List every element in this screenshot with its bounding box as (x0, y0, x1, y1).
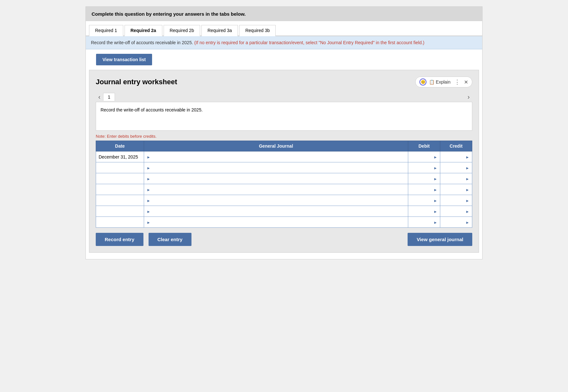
journal-cell[interactable]: ► (144, 195, 408, 206)
page-header: Complete this question by entering your … (86, 7, 482, 21)
journal-cell[interactable]: ► (144, 184, 408, 195)
cell-arrow-icon: ► (466, 220, 469, 225)
journal-cell[interactable]: ► (144, 173, 408, 184)
cell-arrow-icon: ► (434, 209, 437, 214)
cell-arrow-icon: ► (466, 155, 469, 159)
cell-arrow-icon: ► (434, 188, 437, 192)
view-transaction-button[interactable]: View transaction list (96, 54, 152, 65)
worksheet-controls: 😊 📋 Explain ⋮ ✕ (415, 77, 472, 87)
table-row: ►►► (96, 206, 472, 217)
date-cell (96, 206, 144, 217)
explain-button[interactable]: 📋 Explain (429, 79, 450, 85)
date-cell (96, 173, 144, 184)
tab-required-2b[interactable]: Required 2b (164, 25, 200, 36)
col-credit: Credit (440, 141, 472, 151)
cell-arrow-icon: ► (466, 177, 469, 181)
view-general-journal-button[interactable]: View general journal (408, 233, 472, 246)
credit-cell[interactable]: ► (440, 184, 472, 195)
cell-arrow-icon: ► (147, 220, 150, 225)
record-entry-button[interactable]: Record entry (96, 233, 143, 246)
page-tab: 1 (103, 93, 115, 101)
table-row: ►►► (96, 173, 472, 184)
table-row: ►►► (96, 162, 472, 173)
cell-arrow-icon: ► (466, 209, 469, 214)
tab-required-2a[interactable]: Required 2a (125, 25, 162, 36)
debit-cell[interactable]: ► (408, 184, 440, 195)
debit-cell[interactable]: ► (408, 162, 440, 173)
worksheet-title: Journal entry worksheet (96, 78, 177, 86)
worksheet-header: Journal entry worksheet 😊 📋 Explain ⋮ ✕ (96, 77, 472, 87)
transaction-btn-container: View transaction list (86, 49, 482, 70)
cell-arrow-icon: ► (147, 177, 150, 181)
tab-required-3b[interactable]: Required 3b (239, 25, 276, 36)
journal-cell[interactable]: ► (144, 162, 408, 173)
cell-arrow-icon: ► (434, 166, 437, 170)
instruction-banner: Record the write-off of accounts receiva… (86, 36, 482, 49)
journal-table: Date General Journal Debit Credit Decemb… (96, 141, 472, 228)
table-header-row: Date General Journal Debit Credit (96, 141, 472, 151)
cell-arrow-icon: ► (147, 155, 150, 159)
table-row: ►►► (96, 217, 472, 228)
table-row: ►►► (96, 184, 472, 195)
bottom-buttons: Record entry Clear entry View general jo… (96, 233, 472, 246)
cell-arrow-icon: ► (434, 220, 437, 225)
tab-required-1[interactable]: Required 1 (89, 25, 123, 36)
credit-cell[interactable]: ► (440, 162, 472, 173)
date-cell (96, 217, 144, 228)
col-date: Date (96, 141, 144, 151)
cell-arrow-icon: ► (466, 166, 469, 170)
debit-cell[interactable]: ► (408, 217, 440, 228)
credit-cell[interactable]: ► (440, 173, 472, 184)
tabs-row: Required 1 Required 2a Required 2b Requi… (86, 21, 482, 36)
credit-cell[interactable]: ► (440, 195, 472, 206)
journal-cell[interactable]: ► (144, 151, 408, 162)
more-options-icon[interactable]: ⋮ (453, 78, 461, 86)
description-text: Record the write-off of accounts receiva… (101, 107, 203, 112)
journal-cell[interactable]: ► (144, 206, 408, 217)
journal-cell[interactable]: ► (144, 217, 408, 228)
emoji-icon[interactable]: 😊 (419, 78, 426, 86)
cell-arrow-icon: ► (434, 177, 437, 181)
credit-cell[interactable]: ► (440, 217, 472, 228)
cell-arrow-icon: ► (147, 188, 150, 192)
date-cell (96, 162, 144, 173)
instruction-black-text: Record the write-off of accounts receiva… (91, 40, 193, 45)
explain-icon: 📋 (429, 79, 434, 85)
table-row: December 31, 2025►►► (96, 151, 472, 162)
header-instruction: Complete this question by entering your … (92, 11, 246, 17)
debit-cell[interactable]: ► (408, 195, 440, 206)
note-text: Note: Enter debits before credits. (96, 134, 472, 139)
tab-required-3a[interactable]: Required 3a (201, 25, 238, 36)
date-cell (96, 195, 144, 206)
debit-cell[interactable]: ► (408, 206, 440, 217)
navigation-row: ‹ 1 › (96, 92, 472, 102)
clear-entry-button[interactable]: Clear entry (149, 233, 191, 246)
cell-arrow-icon: ► (434, 155, 437, 159)
credit-cell[interactable]: ► (440, 206, 472, 217)
table-row: ►►► (96, 195, 472, 206)
cell-arrow-icon: ► (466, 199, 469, 203)
date-cell (96, 184, 144, 195)
next-arrow-icon[interactable]: › (465, 92, 472, 102)
date-cell: December 31, 2025 (96, 151, 144, 162)
cell-arrow-icon: ► (147, 209, 150, 214)
debit-cell[interactable]: ► (408, 173, 440, 184)
debit-cell[interactable]: ► (408, 151, 440, 162)
cell-arrow-icon: ► (466, 188, 469, 192)
description-box: Record the write-off of accounts receiva… (96, 102, 472, 131)
cell-arrow-icon: ► (147, 199, 150, 203)
cell-arrow-icon: ► (434, 199, 437, 203)
instruction-red-text: (If no entry is required for a particula… (194, 40, 425, 45)
prev-arrow-icon[interactable]: ‹ (96, 92, 103, 102)
page-container: Complete this question by entering your … (85, 6, 483, 259)
col-general-journal: General Journal (144, 141, 408, 151)
credit-cell[interactable]: ► (440, 151, 472, 162)
col-debit: Debit (408, 141, 440, 151)
worksheet-section: Journal entry worksheet 😊 📋 Explain ⋮ ✕ … (89, 70, 479, 253)
close-icon[interactable]: ✕ (464, 79, 468, 85)
cell-arrow-icon: ► (147, 166, 150, 170)
